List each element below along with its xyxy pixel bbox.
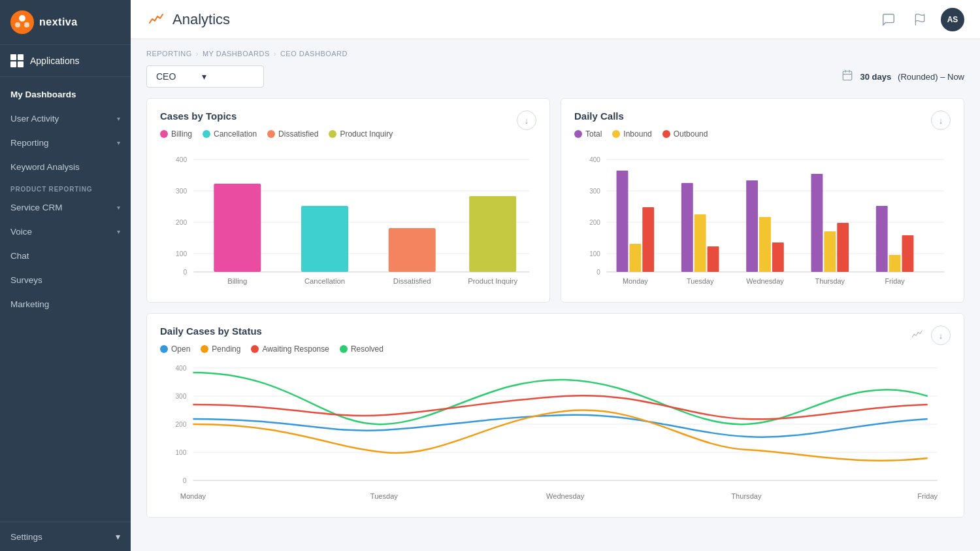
sidebar-item-label: Reporting xyxy=(10,138,49,148)
svg-text:400: 400 xyxy=(176,156,188,163)
svg-text:Monday: Monday xyxy=(180,492,206,500)
total-color-dot xyxy=(574,130,582,138)
chevron-down-icon: ▾ xyxy=(117,139,120,146)
sidebar-item-label: Surveys xyxy=(10,275,42,285)
svg-point-2 xyxy=(15,22,20,27)
sidebar-item-reporting[interactable]: Reporting ▾ xyxy=(0,131,131,155)
date-range-selector[interactable]: 30 days (Rounded) – Now xyxy=(841,69,964,84)
product-inquiry-color-dot xyxy=(329,130,336,138)
svg-rect-46 xyxy=(811,174,823,272)
download-button[interactable]: ↓ xyxy=(931,110,951,130)
svg-text:Monday: Monday xyxy=(623,277,648,285)
sidebar-item-label: Voice xyxy=(10,227,32,237)
legend-product-inquiry: Product Inquiry xyxy=(329,129,393,139)
sidebar-item-surveys[interactable]: Surveys xyxy=(0,268,131,292)
sidebar-nav: My Dashboards User Activity ▾ Reporting … xyxy=(0,77,131,522)
svg-text:Tuesday: Tuesday xyxy=(370,492,399,500)
svg-text:Friday: Friday xyxy=(885,277,905,285)
svg-text:Wednesday: Wednesday xyxy=(746,277,784,285)
pending-label: Pending xyxy=(212,344,240,354)
sidebar-item-label: My Dashboards xyxy=(10,90,76,99)
svg-rect-41 xyxy=(694,214,706,272)
daily-calls-legend: Total Inbound Outbound xyxy=(574,129,708,139)
awaiting-response-color-dot xyxy=(251,345,259,353)
product-inquiry-label: Product Inquiry xyxy=(340,129,393,139)
apps-grid-icon xyxy=(10,54,24,67)
content-area: REPORTING › MY DASHBOARDS › CEO DASHBOAR… xyxy=(131,39,980,551)
download-button[interactable]: ↓ xyxy=(517,110,536,130)
cancellation-color-dot xyxy=(203,130,210,138)
svg-text:Cancellation: Cancellation xyxy=(304,277,345,285)
svg-text:0: 0 xyxy=(183,269,187,276)
svg-rect-47 xyxy=(824,231,836,272)
breadcrumb: REPORTING › MY DASHBOARDS › CEO DASHBOAR… xyxy=(146,50,964,58)
sidebar-item-chat[interactable]: Chat xyxy=(0,244,131,268)
sidebar-item-service-crm[interactable]: Service CRM ▾ xyxy=(0,195,131,220)
svg-rect-45 xyxy=(772,242,784,272)
daily-cases-status-chart: 400 300 200 100 0 Monday xyxy=(160,361,951,505)
pending-color-dot xyxy=(201,345,208,353)
svg-text:100: 100 xyxy=(176,449,187,456)
svg-point-0 xyxy=(10,10,34,34)
sidebar-item-label: Marketing xyxy=(10,299,49,309)
cases-by-topics-title: Cases by Topics xyxy=(160,110,393,122)
inbound-color-dot xyxy=(612,130,620,138)
svg-rect-21 xyxy=(389,228,436,272)
svg-rect-51 xyxy=(902,235,914,272)
inbound-label: Inbound xyxy=(623,129,651,139)
daily-cases-status-title: Daily Cases by Status xyxy=(160,326,384,337)
svg-rect-44 xyxy=(759,217,771,272)
legend-billing: Billing xyxy=(160,129,192,139)
legend-pending: Pending xyxy=(201,344,240,354)
flag-icon-button[interactable] xyxy=(909,9,930,30)
daily-cases-status-card: Daily Cases by Status Open Pending Aw xyxy=(146,313,964,518)
svg-text:Thursday: Thursday xyxy=(731,492,762,500)
svg-text:Billing: Billing xyxy=(227,277,247,285)
calendar-icon xyxy=(841,69,853,84)
download-button[interactable]: ↓ xyxy=(931,326,951,345)
breadcrumb-ceo-dashboard: CEO DASHBOARD xyxy=(280,50,348,58)
chat-icon-button[interactable] xyxy=(878,9,899,30)
svg-rect-43 xyxy=(746,180,758,272)
legend-open: Open xyxy=(160,344,190,354)
sidebar-item-label: Keyword Analysis xyxy=(10,162,80,172)
resolved-color-dot xyxy=(340,345,348,353)
svg-rect-49 xyxy=(876,206,888,272)
sidebar-item-voice[interactable]: Voice ▾ xyxy=(0,220,131,244)
outbound-label: Outbound xyxy=(674,129,708,139)
cancellation-label: Cancellation xyxy=(214,129,257,139)
outbound-color-dot xyxy=(662,130,670,138)
svg-text:200: 200 xyxy=(176,219,188,226)
toolbar-row: CEO ▾ 30 days (Rounded) – Now xyxy=(146,65,964,88)
dissatisfied-label: Dissatisfied xyxy=(278,129,318,139)
cases-by-topics-legend: Billing Cancellation Dissatisfied xyxy=(160,129,393,139)
svg-text:Friday: Friday xyxy=(917,492,938,500)
svg-text:200: 200 xyxy=(589,219,600,226)
sidebar-item-keyword-analysis[interactable]: Keyword Analysis xyxy=(0,155,131,179)
svg-text:300: 300 xyxy=(176,393,187,400)
sidebar-item-my-dashboards[interactable]: My Dashboards xyxy=(0,82,131,107)
applications-label: Applications xyxy=(30,56,80,66)
date-range-days: 30 days xyxy=(860,72,891,82)
sidebar-item-applications[interactable]: Applications xyxy=(0,45,131,77)
sidebar-item-label: User Activity xyxy=(10,114,59,124)
cases-by-topics-chart: 400 300 200 100 0 Billi xyxy=(160,146,536,290)
svg-text:Wednesday: Wednesday xyxy=(546,492,585,500)
svg-text:0: 0 xyxy=(596,269,600,276)
svg-text:300: 300 xyxy=(589,188,600,195)
svg-text:Thursday: Thursday xyxy=(815,277,845,285)
page-title: Analytics xyxy=(172,11,230,28)
sidebar-item-marketing[interactable]: Marketing xyxy=(0,292,131,316)
topbar-right: AS xyxy=(878,8,964,31)
svg-rect-37 xyxy=(617,171,629,272)
user-avatar[interactable]: AS xyxy=(941,8,964,31)
svg-rect-50 xyxy=(889,255,901,272)
sidebar-header: nextiva xyxy=(0,0,131,45)
logo-text: nextiva xyxy=(39,16,78,28)
dashboard-selector[interactable]: CEO ▾ xyxy=(146,65,264,88)
settings-label: Settings xyxy=(10,532,42,542)
sidebar-item-settings[interactable]: Settings ▾ xyxy=(0,522,131,551)
sidebar-item-user-activity[interactable]: User Activity ▾ xyxy=(0,107,131,131)
legend-resolved: Resolved xyxy=(340,344,384,354)
svg-text:300: 300 xyxy=(176,188,188,195)
